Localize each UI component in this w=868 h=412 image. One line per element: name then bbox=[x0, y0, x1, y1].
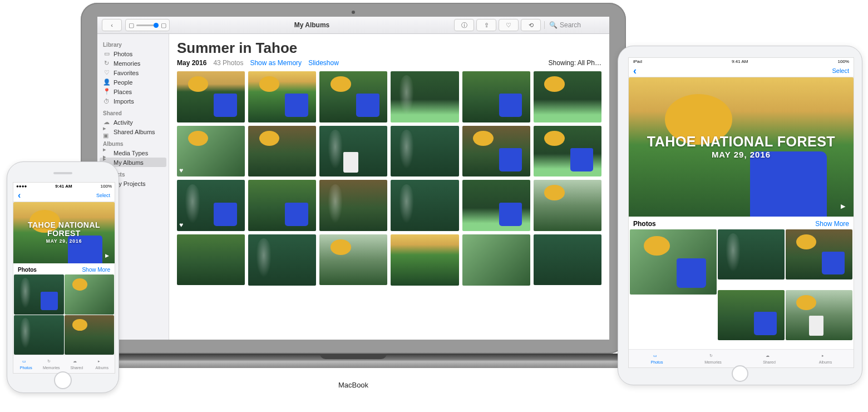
show-more-link[interactable]: Show More bbox=[82, 267, 110, 273]
search-input[interactable]: 🔍 Search bbox=[544, 21, 605, 29]
favorite-button[interactable]: ♡ bbox=[499, 19, 519, 31]
status-time: 9:41 AM bbox=[732, 59, 748, 64]
ipad-photo-grid bbox=[629, 229, 854, 349]
tab-label: Photos bbox=[651, 360, 663, 364]
tab-label: Albums bbox=[96, 366, 108, 370]
sidebar-item-label: Imports bbox=[114, 98, 134, 105]
photo-thumbnail[interactable] bbox=[177, 234, 245, 286]
albums-icon: ▸ bbox=[98, 359, 106, 365]
photo-thumbnail[interactable] bbox=[630, 229, 717, 295]
showing-filter[interactable]: Showing: All Ph… bbox=[549, 59, 601, 67]
sidebar-item-shared-albums[interactable]: ▸ ▣Shared Albums bbox=[100, 127, 166, 136]
photo-thumbnail[interactable] bbox=[14, 315, 64, 355]
ipad-device: iPad 9:41 AM 100% ‹ Select TAHOE NATIONA… bbox=[618, 46, 862, 398]
tab-memories[interactable]: ↻Memories bbox=[685, 350, 741, 367]
tab-albums[interactable]: ▸Albums bbox=[90, 355, 115, 373]
photo-thumbnail[interactable] bbox=[391, 234, 458, 286]
photo-thumbnail[interactable] bbox=[786, 290, 852, 340]
share-button[interactable]: ⇪ bbox=[476, 19, 496, 31]
macbook-base bbox=[42, 354, 665, 368]
memories-icon: ↻ bbox=[103, 60, 110, 67]
photo-thumbnail[interactable] bbox=[14, 274, 64, 315]
sidebar-item-memories[interactable]: ↻Memories bbox=[100, 58, 166, 68]
places-icon: 📍 bbox=[103, 88, 110, 95]
photo-thumbnail[interactable] bbox=[462, 71, 530, 122]
sidebar-item-places[interactable]: 📍Places bbox=[100, 87, 166, 96]
photo-thumbnail[interactable] bbox=[534, 234, 601, 286]
tab-label: Memories bbox=[43, 366, 60, 370]
photo-thumbnail[interactable] bbox=[718, 229, 785, 279]
photo-thumbnail[interactable] bbox=[248, 180, 316, 231]
rotate-button[interactable]: ⟲ bbox=[521, 19, 541, 31]
cloud-icon: ☁ bbox=[73, 359, 81, 365]
photo-thumbnail[interactable] bbox=[462, 234, 530, 286]
photo-thumbnail[interactable] bbox=[391, 126, 458, 177]
photo-thumbnail[interactable] bbox=[319, 234, 387, 286]
sidebar-item-photos[interactable]: ▭Photos bbox=[100, 49, 166, 58]
play-icon[interactable]: ▶ bbox=[836, 199, 850, 213]
memories-icon: ↻ bbox=[47, 359, 55, 365]
home-button[interactable] bbox=[54, 371, 72, 389]
select-button[interactable]: Select bbox=[832, 67, 849, 74]
photo-thumbnail[interactable] bbox=[248, 71, 316, 122]
tab-albums[interactable]: ▸Albums bbox=[797, 350, 854, 367]
section-title: Photos bbox=[633, 220, 656, 228]
zoom-slider[interactable]: ▢ ▢ bbox=[125, 19, 170, 31]
sidebar-item-people[interactable]: 👤People bbox=[100, 77, 166, 87]
back-button[interactable]: ‹ bbox=[633, 65, 637, 77]
sidebar-item-label: People bbox=[114, 79, 132, 86]
info-button[interactable]: ⓘ bbox=[454, 19, 474, 31]
photo-thumbnail[interactable] bbox=[319, 126, 387, 177]
status-battery: 100% bbox=[101, 184, 112, 189]
sidebar-item-label: Media Types bbox=[114, 150, 148, 156]
memories-icon: ↻ bbox=[709, 354, 717, 360]
macbook-bezel: ‹ ▢ ▢ My Albums ⓘ ⇪ ♡ ⟲ 🔍 Search bbox=[81, 3, 626, 354]
home-button[interactable] bbox=[732, 365, 748, 382]
slideshow-link[interactable]: Slideshow bbox=[308, 59, 339, 67]
photo-thumbnail[interactable] bbox=[462, 180, 530, 231]
sidebar-heading: Library bbox=[103, 42, 163, 48]
photo-thumbnail[interactable] bbox=[391, 71, 458, 122]
photo-thumbnail[interactable] bbox=[319, 71, 387, 122]
photo-thumbnail[interactable]: ♥ bbox=[177, 180, 245, 231]
photo-thumbnail[interactable] bbox=[534, 71, 601, 122]
camera-icon bbox=[352, 11, 355, 14]
photo-thumbnail[interactable] bbox=[391, 180, 458, 231]
memory-hero[interactable]: TAHOE NATIONAL FOREST MAY 29, 2016 ▶ bbox=[629, 77, 854, 217]
photo-thumbnail[interactable] bbox=[248, 234, 316, 286]
photo-thumbnail[interactable] bbox=[65, 315, 115, 355]
iphone-status-bar: ●●●● 9:41 AM 100% bbox=[13, 183, 115, 189]
back-button[interactable]: ‹ bbox=[18, 190, 21, 200]
select-button[interactable]: Select bbox=[96, 193, 110, 198]
photo-thumbnail[interactable] bbox=[534, 180, 601, 231]
play-icon[interactable]: ▶ bbox=[102, 251, 111, 260]
tab-shared[interactable]: ☁Shared bbox=[64, 355, 90, 373]
photo-thumbnail[interactable] bbox=[786, 229, 852, 279]
macbook-screen: ‹ ▢ ▢ My Albums ⓘ ⇪ ♡ ⟲ 🔍 Search bbox=[97, 17, 609, 340]
people-icon: 👤 bbox=[103, 79, 110, 86]
photo-thumbnail[interactable] bbox=[462, 126, 530, 177]
photo-thumbnail[interactable] bbox=[65, 274, 115, 315]
photo-thumbnail[interactable] bbox=[718, 290, 785, 340]
macbook-logo: MacBook bbox=[338, 381, 368, 389]
sidebar-item-imports[interactable]: ⏱Imports bbox=[100, 96, 166, 106]
photo-thumbnail[interactable] bbox=[319, 180, 387, 231]
memory-hero[interactable]: TAHOE NATIONAL FOREST MAY 29, 2016 ▶ bbox=[13, 202, 115, 263]
photo-thumbnail[interactable]: ♥ bbox=[177, 126, 245, 177]
photo-thumbnail[interactable] bbox=[248, 126, 316, 177]
album-title: Summer in Tahoe bbox=[177, 40, 601, 57]
photos-icon: ▭ bbox=[653, 354, 661, 360]
tab-photos[interactable]: ▭Photos bbox=[13, 355, 39, 373]
section-title: Photos bbox=[18, 267, 37, 273]
main-content: Summer in Tahoe May 2016 43 Photos Show … bbox=[169, 34, 609, 340]
photo-thumbnail[interactable] bbox=[177, 71, 245, 122]
show-as-memory-link[interactable]: Show as Memory bbox=[250, 59, 302, 67]
photo-thumbnail[interactable] bbox=[534, 126, 601, 177]
status-time: 9:41 AM bbox=[27, 184, 100, 189]
tab-memories[interactable]: ↻Memories bbox=[39, 355, 65, 373]
tab-photos[interactable]: ▭Photos bbox=[629, 350, 685, 367]
back-button[interactable]: ‹ bbox=[102, 19, 122, 31]
tab-shared[interactable]: ☁Shared bbox=[741, 350, 797, 367]
sidebar-item-favorites[interactable]: ♡Favorites bbox=[100, 68, 166, 77]
show-more-link[interactable]: Show More bbox=[815, 220, 849, 228]
